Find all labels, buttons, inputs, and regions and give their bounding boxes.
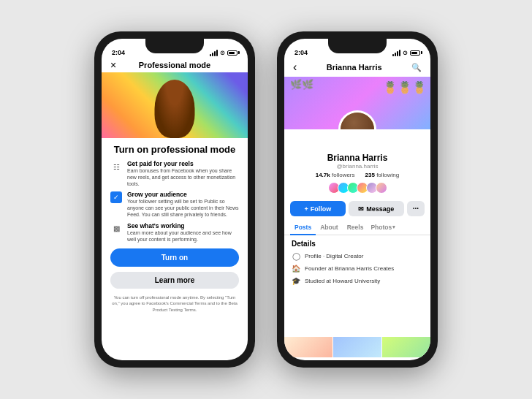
right-nav-bar: ‹ Brianna Harris 🔍	[284, 58, 430, 77]
person-illustration	[155, 80, 195, 138]
education-icon: 🎓	[292, 276, 300, 285]
turn-on-button[interactable]: Turn on	[110, 248, 239, 267]
mini-posts-row	[284, 337, 430, 360]
analytics-icon: ▩	[110, 223, 122, 235]
pineapples-decoration: 🍍🍍🍍	[383, 80, 427, 94]
followers-count: 14.7k	[316, 172, 330, 178]
left-phone: 2:04 ⊙ × Professional mod	[94, 31, 255, 368]
tab-photos-label: Photos	[370, 224, 392, 231]
detail-founder-text: Founder at Brianna Harris Creates	[305, 265, 394, 272]
details-section: Details ◯ Profile · Digital Creator 🏠 Fo…	[284, 235, 430, 337]
following-count: 235	[365, 172, 375, 178]
action-buttons: + Follow ✉ Message ···	[284, 201, 430, 220]
avatar-image	[341, 113, 374, 129]
pro-mode-heading: Turn on professional mode	[110, 144, 239, 155]
following-stat: 235 following	[365, 172, 400, 178]
learn-more-button[interactable]: Learn more	[110, 272, 239, 289]
left-nav-title: Professional mode	[139, 61, 210, 69]
right-nav-title: Brianna Harris	[327, 63, 382, 72]
professional-mode-content: Turn on professional mode ☷ Get paid for…	[102, 138, 248, 360]
right-phone-notch	[328, 39, 387, 53]
scene: 2:04 ⊙ × Professional mod	[0, 0, 532, 399]
tab-photos[interactable]: Photos ▾	[368, 220, 398, 235]
message-button[interactable]: ✉ Message	[349, 201, 404, 216]
profile-stats: 14.7k followers 235 following	[292, 172, 423, 178]
followers-label: followers	[332, 172, 355, 178]
followers-stat: 14.7k followers	[316, 172, 355, 178]
mini-post-2	[333, 337, 381, 357]
pro-item-analytics: ▩ See what's working Learn more about yo…	[110, 222, 239, 243]
pro-item-audience: ✓ Grow your audience Your follower setti…	[110, 191, 239, 218]
pro-item-analytics-title: See what's working	[127, 222, 239, 229]
profile-tabs: Posts About Reels Photos ▾	[284, 220, 430, 235]
right-signal-icon	[392, 50, 400, 56]
mini-post-1	[284, 337, 332, 357]
wifi-icon: ⊙	[220, 50, 225, 56]
founder-icon: 🏠	[292, 264, 300, 273]
pro-footer-text: You can turn off professional mode anyti…	[110, 294, 239, 313]
close-button[interactable]: ×	[110, 59, 116, 71]
more-options-button[interactable]: ···	[407, 201, 425, 216]
follow-icon: +	[305, 205, 308, 213]
profile-name: Brianna Harris	[292, 153, 423, 163]
left-nav-bar: × Professional mode	[102, 58, 248, 72]
reels-icon: ☷	[110, 161, 122, 172]
pro-item-reels-text: Get paid for your reels Earn bonuses fro…	[127, 160, 239, 187]
pro-item-audience-text: Grow your audience Your follower setting…	[127, 191, 239, 218]
left-status-icons: ⊙	[210, 50, 238, 56]
pro-footer-content: You can turn off professional mode anyti…	[112, 295, 238, 312]
right-wifi-icon: ⊙	[403, 50, 408, 56]
tab-about-label: About	[320, 224, 338, 231]
check-icon: ✓	[110, 191, 122, 203]
signal-icon	[210, 50, 218, 56]
right-status-icons: ⊙	[392, 50, 420, 56]
cover-photo: 🌿🌿 🍍🍍🍍	[284, 77, 430, 129]
detail-education-text: Studied at Howard University	[305, 278, 380, 284]
left-time: 2:04	[112, 49, 125, 56]
tab-reels-label: Reels	[347, 224, 364, 231]
back-button[interactable]: ‹	[293, 61, 297, 74]
pro-item-audience-desc: Your follower setting will be set to Pub…	[127, 198, 239, 218]
hero-image	[102, 72, 248, 138]
mini-post-3	[382, 337, 430, 357]
follower-avatars	[292, 182, 423, 194]
detail-item-education: 🎓 Studied at Howard University	[292, 276, 423, 285]
left-phone-notch	[145, 39, 204, 53]
profile-avatar	[338, 110, 376, 129]
pro-item-analytics-desc: Learn more about your audience and see h…	[127, 229, 239, 243]
battery-icon	[227, 50, 238, 56]
details-title: Details	[292, 240, 423, 248]
right-time: 2:04	[294, 49, 308, 56]
tab-posts-label: Posts	[294, 224, 311, 231]
following-label: following	[376, 172, 399, 178]
right-phone: 2:04 ⊙ ‹ Brianna Harris	[277, 31, 438, 368]
right-battery-icon	[410, 50, 420, 56]
detail-item-founder: 🏠 Founder at Brianna Harris Creates	[292, 264, 423, 273]
profile-info: Brianna Harris @brianna.harris 14.7k fol…	[284, 129, 430, 201]
pro-item-audience-title: Grow your audience	[127, 191, 239, 198]
follow-button[interactable]: + Follow	[290, 201, 346, 216]
tab-about[interactable]: About	[316, 220, 343, 235]
pro-item-analytics-text: See what's working Learn more about your…	[127, 222, 239, 243]
tab-posts[interactable]: Posts	[290, 220, 316, 235]
message-icon: ✉	[358, 205, 364, 213]
chevron-down-icon: ▾	[392, 224, 395, 230]
search-icon[interactable]: 🔍	[411, 63, 422, 72]
detail-role-text: Profile · Digital Creator	[305, 253, 363, 259]
mini-avatar-6	[376, 182, 387, 194]
message-label: Message	[366, 205, 394, 213]
profile-role-icon: ◯	[292, 251, 300, 260]
profile-handle: @brianna.harris	[292, 163, 423, 170]
leaves-decoration: 🌿🌿	[290, 79, 314, 90]
pro-item-reels-desc: Earn bonuses from Facebook when you shar…	[127, 167, 239, 187]
tab-reels[interactable]: Reels	[343, 220, 368, 235]
detail-item-role: ◯ Profile · Digital Creator	[292, 251, 423, 260]
follow-label: Follow	[311, 205, 332, 213]
pro-item-reels-title: Get paid for your reels	[127, 160, 239, 167]
pro-item-reels: ☷ Get paid for your reels Earn bonuses f…	[110, 160, 239, 187]
